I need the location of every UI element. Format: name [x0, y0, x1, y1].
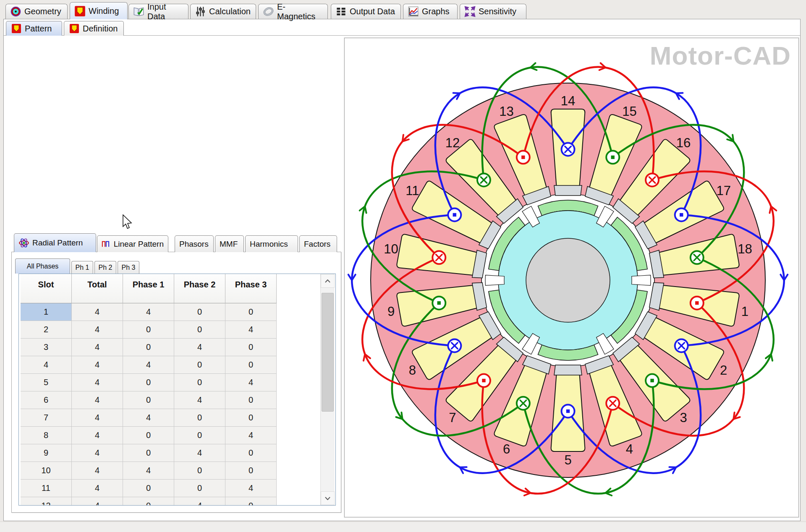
tab-winding[interactable]: Winding [70, 2, 128, 19]
value-cell[interactable]: 0 [123, 391, 174, 409]
slot-cell[interactable]: 1 [21, 303, 72, 321]
tab-radial-pattern[interactable]: Radial Pattern [14, 233, 96, 252]
tab-output-data[interactable]: Output Data [331, 4, 401, 19]
scroll-up-button[interactable] [321, 274, 335, 288]
tab-mmf[interactable]: MMF [215, 235, 244, 252]
value-cell[interactable]: 4 [225, 427, 277, 444]
column-header-total[interactable]: Total [72, 274, 123, 303]
value-cell[interactable]: 0 [123, 427, 174, 444]
value-cell[interactable]: 0 [123, 321, 174, 339]
geometry-icon [10, 6, 21, 17]
value-cell[interactable]: 4 [72, 444, 123, 462]
value-cell[interactable]: 4 [225, 374, 277, 391]
tab-factors[interactable]: Factors [299, 235, 337, 252]
value-cell[interactable]: 4 [72, 339, 123, 356]
slot-cell[interactable]: 10 [21, 462, 72, 480]
value-cell[interactable]: 4 [174, 391, 225, 409]
tab-graphs[interactable]: Graphs [403, 4, 458, 19]
value-cell[interactable]: 0 [174, 480, 225, 497]
value-cell[interactable]: 4 [72, 480, 123, 497]
value-cell[interactable]: 0 [123, 339, 174, 356]
value-cell[interactable]: 0 [123, 444, 174, 462]
slot-cell[interactable]: 3 [21, 339, 72, 356]
mouse-cursor [123, 214, 133, 231]
value-cell[interactable]: 0 [174, 427, 225, 444]
tab-calculation[interactable]: Calculation [190, 4, 256, 19]
tab-harmonics[interactable]: Harmonics [245, 235, 298, 252]
subtab-pattern[interactable]: Pattern [6, 21, 62, 36]
value-cell[interactable]: 0 [123, 374, 174, 391]
value-cell[interactable]: 0 [174, 462, 225, 480]
tab-sensitivity[interactable]: Sensitivity [460, 4, 526, 19]
e-magnetics-icon [263, 6, 274, 17]
tab-label: Linear Pattern [114, 240, 164, 249]
value-cell[interactable]: 0 [174, 321, 225, 339]
value-cell[interactable]: 0 [123, 497, 174, 506]
column-header-phase-1[interactable]: Phase 1 [123, 274, 174, 303]
tab-label: Factors [304, 240, 330, 249]
table-scrollbar[interactable] [320, 274, 335, 505]
value-cell[interactable]: 0 [174, 374, 225, 391]
value-cell[interactable]: 0 [123, 480, 174, 497]
sensitivity-icon [464, 6, 476, 17]
value-cell[interactable]: 4 [174, 339, 225, 356]
value-cell[interactable]: 4 [225, 321, 277, 339]
tab-geometry[interactable]: Geometry [5, 4, 68, 19]
value-cell[interactable]: 0 [225, 462, 277, 480]
value-cell[interactable]: 0 [225, 497, 277, 506]
tab-all-phases[interactable]: All Phases [15, 258, 70, 274]
tab-e-magnetics[interactable]: E-Magnetics [258, 4, 328, 19]
slot-cell[interactable]: 12 [21, 497, 72, 506]
value-cell[interactable]: 4 [123, 462, 174, 480]
value-cell[interactable]: 0 [225, 409, 277, 427]
value-cell[interactable]: 4 [72, 374, 123, 391]
value-cell[interactable]: 4 [72, 303, 123, 321]
value-cell[interactable]: 0 [225, 444, 277, 462]
column-header-slot[interactable]: Slot [21, 274, 72, 303]
value-cell[interactable]: 4 [72, 391, 123, 409]
value-cell[interactable]: 4 [72, 321, 123, 339]
value-cell[interactable]: 4 [72, 462, 123, 480]
value-cell[interactable]: 0 [174, 409, 225, 427]
tab-phasors[interactable]: Phasors [175, 235, 214, 252]
calculation-icon [195, 6, 206, 17]
slot-cell[interactable]: 5 [21, 374, 72, 391]
value-cell[interactable]: 4 [72, 409, 123, 427]
value-cell[interactable]: 4 [72, 427, 123, 444]
slot-cell[interactable]: 6 [21, 391, 72, 409]
svg-text:17: 17 [716, 183, 730, 198]
scrollbar-thumb[interactable] [322, 293, 334, 412]
value-cell[interactable]: 0 [225, 303, 277, 321]
slot-cell[interactable]: 7 [21, 409, 72, 427]
tab-ph-3[interactable]: Ph 3 [118, 261, 139, 274]
tab-ph-1[interactable]: Ph 1 [71, 261, 93, 274]
tab-label: Input Data [147, 2, 184, 21]
slot-cell[interactable]: 9 [21, 444, 72, 462]
tab-linear-pattern[interactable]: Linear Pattern [97, 235, 168, 252]
column-header-phase-3[interactable]: Phase 3 [225, 274, 277, 303]
slot-cell[interactable]: 2 [21, 321, 72, 339]
tab-ph-2[interactable]: Ph 2 [94, 261, 116, 274]
value-cell[interactable]: 4 [123, 303, 174, 321]
winding-icon [74, 5, 86, 17]
slot-cell[interactable]: 8 [21, 427, 72, 444]
value-cell[interactable]: 4 [123, 356, 174, 374]
radial-pattern-icon [18, 237, 29, 248]
value-cell[interactable]: 0 [174, 303, 225, 321]
tab-input-data[interactable]: Input Data [128, 4, 188, 19]
value-cell[interactable]: 4 [123, 409, 174, 427]
value-cell[interactable]: 4 [72, 356, 123, 374]
value-cell[interactable]: 0 [225, 339, 277, 356]
value-cell[interactable]: 4 [225, 480, 277, 497]
slot-cell[interactable]: 4 [21, 356, 72, 374]
slot-cell[interactable]: 11 [21, 480, 72, 497]
value-cell[interactable]: 0 [225, 356, 277, 374]
value-cell[interactable]: 0 [225, 391, 277, 409]
scroll-down-button[interactable] [321, 491, 335, 505]
value-cell[interactable]: 4 [72, 497, 123, 506]
subtab-definition[interactable]: Definition [64, 21, 124, 36]
value-cell[interactable]: 4 [174, 444, 225, 462]
column-header-phase-2[interactable]: Phase 2 [174, 274, 225, 303]
value-cell[interactable]: 4 [174, 497, 225, 506]
value-cell[interactable]: 0 [174, 356, 225, 374]
